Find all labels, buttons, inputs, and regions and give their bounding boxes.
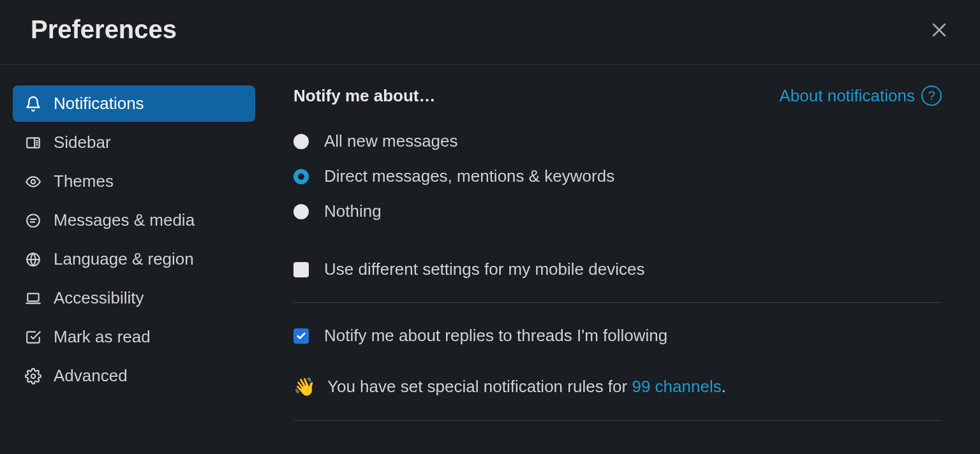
special-notification-notice: 👋 You have set special notification rule… (293, 369, 942, 405)
sidebar-item-label: Themes (54, 172, 114, 191)
radio-input[interactable] (293, 169, 309, 184)
sidebar-item-notifications[interactable]: Notifications (13, 85, 255, 122)
checkbox-mobile-settings[interactable]: Use different settings for my mobile dev… (293, 252, 942, 287)
radio-label: All new messages (324, 131, 458, 151)
gear-icon (24, 367, 42, 385)
about-notifications-link[interactable]: About notifications ? (780, 85, 942, 106)
sidebar-item-label: Sidebar (54, 133, 111, 152)
help-link-label: About notifications (780, 86, 915, 106)
radio-direct-mentions-keywords[interactable]: Direct messages, mentions & keywords (293, 159, 942, 194)
radio-label: Direct messages, mentions & keywords (324, 166, 614, 186)
radio-input[interactable] (293, 134, 309, 149)
sidebar-item-advanced[interactable]: Advanced (13, 358, 255, 394)
sidebar-item-language-region[interactable]: Language & region (13, 241, 255, 277)
special-suffix: . (722, 377, 726, 396)
sidebar-item-messages-media[interactable]: Messages & media (13, 202, 255, 238)
content: Notify me about… About notifications ? A… (271, 85, 980, 436)
sidebar-item-accessibility[interactable]: Accessibility (13, 280, 255, 316)
radio-nothing[interactable]: Nothing (293, 194, 942, 229)
sidebar-item-label: Advanced (54, 366, 128, 386)
check-square-icon (24, 328, 42, 346)
sidebar-item-themes[interactable]: Themes (13, 163, 255, 200)
channels-link[interactable]: 99 channels (632, 377, 721, 396)
sidebar-item-sidebar[interactable]: Sidebar (13, 124, 255, 161)
eye-icon (24, 173, 42, 191)
checkbox-thread-replies[interactable]: Notify me about replies to threads I'm f… (293, 318, 942, 353)
section-header: Notify me about… About notifications ? (293, 85, 942, 106)
section-title: Notify me about… (293, 86, 435, 106)
help-icon: ? (921, 85, 942, 106)
divider (293, 302, 942, 303)
sidebar-item-mark-as-read[interactable]: Mark as read (13, 319, 255, 355)
svg-rect-13 (27, 293, 38, 301)
radio-all-new-messages[interactable]: All new messages (293, 124, 942, 159)
globe-icon (24, 251, 42, 268)
radio-label: Nothing (324, 201, 382, 221)
checkbox-label: Use different settings for my mobile dev… (324, 260, 644, 279)
svg-point-15 (31, 374, 36, 378)
wave-icon: 👋 (293, 376, 316, 397)
bell-icon (24, 95, 42, 113)
sidebar-item-label: Language & region (54, 249, 194, 269)
body: Notifications Sidebar The (0, 65, 980, 436)
laptop-icon (24, 289, 42, 307)
sidebar-item-label: Mark as read (54, 327, 151, 347)
radio-input[interactable] (293, 204, 309, 219)
checkbox-input[interactable] (293, 328, 309, 344)
chat-icon (24, 212, 42, 230)
check-icon (296, 331, 306, 341)
checkbox-input[interactable] (293, 262, 309, 277)
sidebar: Notifications Sidebar The (0, 85, 271, 436)
svg-point-7 (31, 179, 36, 184)
panel-icon (24, 134, 42, 152)
sidebar-item-label: Accessibility (54, 288, 144, 308)
special-prefix: You have set special notification rules … (327, 377, 632, 396)
close-icon (931, 22, 947, 38)
special-text: You have set special notification rules … (327, 377, 726, 397)
checkbox-label: Notify me about replies to threads I'm f… (324, 326, 667, 346)
sidebar-item-label: Notifications (54, 94, 144, 113)
divider (293, 420, 942, 421)
page-title: Preferences (31, 15, 177, 44)
svg-point-8 (27, 214, 40, 227)
close-button[interactable] (929, 20, 949, 40)
header: Preferences (0, 0, 980, 65)
sidebar-item-label: Messages & media (54, 210, 195, 230)
